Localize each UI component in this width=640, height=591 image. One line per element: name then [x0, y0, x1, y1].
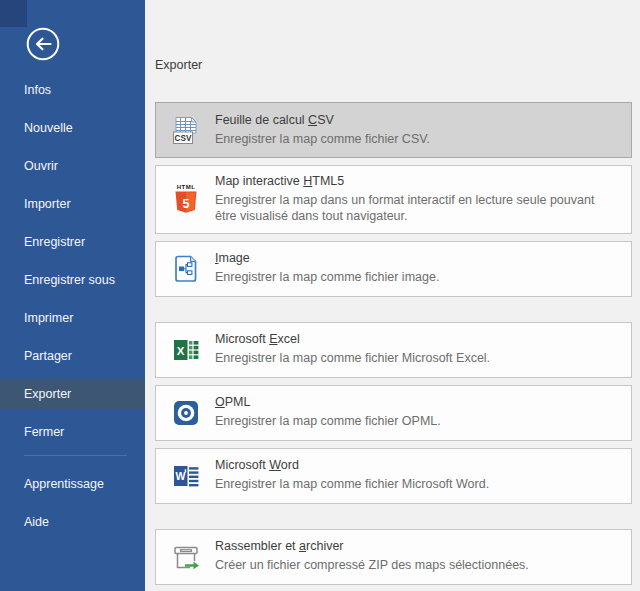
- export-item-text: Feuille de calcul CSV Enregistrer la map…: [215, 113, 619, 147]
- export-item-opml[interactable]: OPML Enregistrer la map comme fichier OP…: [155, 385, 632, 441]
- sidebar-item-nouvelle[interactable]: Nouvelle: [0, 113, 145, 143]
- export-group-1: CSV Feuille de calcul CSV Enregistrer la…: [155, 102, 640, 297]
- export-item-text: OPML Enregistrer la map comme fichier OP…: [215, 395, 619, 429]
- sidebar-item-enregistrer[interactable]: Enregistrer: [0, 227, 145, 257]
- archive-icon: [170, 541, 202, 573]
- sidebar-item-aide[interactable]: Aide: [0, 507, 145, 537]
- export-item-title: Rassembler et archiver: [215, 539, 619, 553]
- export-item-text: Microsoft Excel Enregistrer la map comme…: [215, 332, 619, 366]
- accelerator-letter: H: [303, 174, 312, 188]
- excel-icon: X: [170, 334, 202, 366]
- page-title: Exporter: [155, 58, 640, 72]
- sidebar-divider: [24, 455, 127, 456]
- export-item-title: Image: [215, 251, 619, 265]
- svg-text:X: X: [177, 344, 185, 356]
- export-item-title: Feuille de calcul CSV: [215, 113, 619, 127]
- sidebar-item-exporter[interactable]: Exporter: [0, 379, 145, 409]
- html5-icon: HTML 5: [170, 183, 202, 215]
- export-item-description: Enregistrer la map comme fichier Microso…: [215, 476, 619, 492]
- sidebar-item-partager[interactable]: Partager: [0, 341, 145, 371]
- sidebar-item-fermer[interactable]: Fermer: [0, 417, 145, 447]
- export-item-description: Enregistrer la map comme fichier OPML.: [215, 413, 619, 429]
- export-item-description: Enregistrer la map comme fichier CSV.: [215, 131, 619, 147]
- accelerator-letter: W: [269, 458, 281, 472]
- backstage-view: Infos Nouvelle Ouvrir Importer Enregistr…: [0, 0, 640, 591]
- svg-text:CSV: CSV: [175, 134, 192, 143]
- sidebar-item-infos[interactable]: Infos: [0, 75, 145, 105]
- export-item-title: OPML: [215, 395, 619, 409]
- back-arrow-icon: [25, 48, 61, 65]
- word-icon: W: [170, 460, 202, 492]
- sidebar-nav: Infos Nouvelle Ouvrir Importer Enregistr…: [0, 75, 145, 545]
- export-item-text: Image Enregistrer la map comme fichier i…: [215, 251, 619, 285]
- export-page: Exporter CSV Feuille de calcul CSV Enreg…: [145, 0, 640, 591]
- sidebar-item-ouvrir[interactable]: Ouvrir: [0, 151, 145, 181]
- export-item-description: Enregistrer la map comme fichier image.: [215, 269, 619, 285]
- backstage-sidebar: Infos Nouvelle Ouvrir Importer Enregistr…: [0, 0, 145, 591]
- accelerator-letter: O: [215, 395, 225, 409]
- export-item-description: Enregistrer la map comme fichier Microso…: [215, 350, 619, 366]
- export-item-text: Rassembler et archiver Créer un fichier …: [215, 539, 619, 573]
- export-item-html5[interactable]: HTML 5 Map interactive HTML5 Enregistrer…: [155, 165, 632, 234]
- back-button[interactable]: [25, 26, 61, 62]
- sidebar-item-imprimer[interactable]: Imprimer: [0, 303, 145, 333]
- accelerator-letter: E: [269, 332, 277, 346]
- export-item-word[interactable]: W Microsoft Word Enregistrer la map c: [155, 448, 632, 504]
- export-item-title: Map interactive HTML5: [215, 174, 619, 188]
- svg-text:5: 5: [183, 197, 190, 211]
- export-item-title: Microsoft Excel: [215, 332, 619, 346]
- export-item-description: Enregistrer la map dans un format intera…: [215, 192, 619, 225]
- csv-spreadsheet-icon: CSV: [170, 114, 202, 146]
- export-item-description: Créer un fichier compressé ZIP des maps …: [215, 557, 619, 573]
- export-group-2: X: [155, 322, 640, 504]
- sidebar-item-apprentissage[interactable]: Apprentissage: [0, 469, 145, 499]
- export-item-excel[interactable]: X: [155, 322, 632, 378]
- accelerator-letter: a: [299, 539, 306, 553]
- svg-text:W: W: [175, 470, 185, 482]
- opml-icon: [170, 397, 202, 429]
- export-item-image[interactable]: Image Enregistrer la map comme fichier i…: [155, 241, 632, 297]
- export-item-text: Microsoft Word Enregistrer la map comme …: [215, 458, 619, 492]
- export-item-title: Microsoft Word: [215, 458, 619, 472]
- export-item-archive[interactable]: Rassembler et archiver Créer un fichier …: [155, 529, 632, 585]
- sidebar-item-importer[interactable]: Importer: [0, 189, 145, 219]
- export-item-csv[interactable]: CSV Feuille de calcul CSV Enregistrer la…: [155, 102, 632, 158]
- export-item-text: Map interactive HTML5 Enregistrer la map…: [215, 174, 619, 225]
- image-file-icon: [170, 253, 202, 285]
- svg-text:HTML: HTML: [177, 185, 196, 191]
- export-group-3: Rassembler et archiver Créer un fichier …: [155, 529, 640, 585]
- sidebar-item-enregistrer-sous[interactable]: Enregistrer sous: [0, 265, 145, 295]
- window-corner-accent: [0, 0, 27, 27]
- accelerator-letter: C: [308, 113, 317, 127]
